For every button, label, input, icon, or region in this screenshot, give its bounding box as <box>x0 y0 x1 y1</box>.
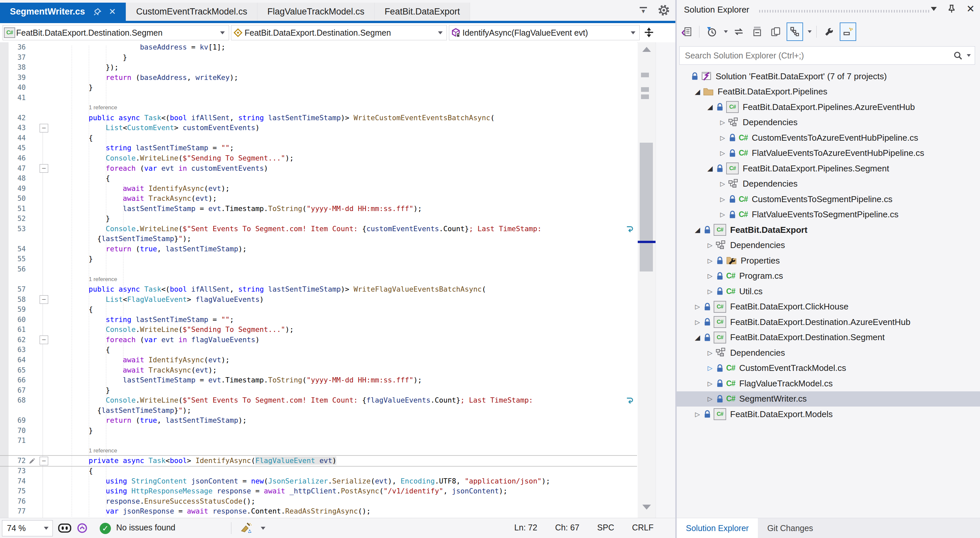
window-position-icon[interactable] <box>931 7 937 11</box>
tree-item-segmentwriter-cs[interactable]: ▷C#SegmentWriter.cs <box>677 391 980 407</box>
tree-item-dependencies[interactable]: ▷Dependencies <box>677 345 980 361</box>
code-line[interactable]: 36 baseAddress = kv[1]; <box>0 42 637 53</box>
code-line[interactable]: 39 return (baseAddress, writeKey); <box>0 73 637 83</box>
code-line[interactable]: {lastSentTimeStamp}"); <box>0 234 637 244</box>
code-line[interactable]: 62– foreach (var evt in flagValueEvents) <box>0 335 637 345</box>
tree-item-featbit-dataexport-pipelines[interactable]: ◢FeatBit.DataExport.Pipelines <box>677 84 980 100</box>
solution-explorer-header[interactable]: Solution Explorer ✕ <box>677 0 980 21</box>
code-line[interactable]: 76 response.EnsureSuccessStatusCode(); <box>0 496 637 507</box>
health-check-icon[interactable]: ✓ <box>100 523 111 534</box>
code-line[interactable]: 75 using HttpResponseMessage response = … <box>0 486 637 496</box>
tree-item-featbit-dataexport-clickhouse[interactable]: ▷C#FeatBit.DataExport.ClickHouse <box>677 299 980 315</box>
outlining-margin[interactable]: – <box>38 164 49 173</box>
chevron-down-icon[interactable] <box>808 30 812 33</box>
close-icon[interactable]: ✕ <box>966 4 975 14</box>
code-line[interactable]: 52 } <box>0 214 637 224</box>
code-editor[interactable]: 36 baseAddress = kv[1];37 }38 });39 retu… <box>0 42 637 518</box>
tree-expander-icon[interactable]: ▷ <box>705 257 716 265</box>
intellicode-icon[interactable] <box>76 522 88 534</box>
copilot-icon[interactable] <box>58 524 71 533</box>
tree-item-flatvalueeventstosegmentpipeline-cs[interactable]: ▷C#FlatValueEventsToSegmentPipeline.cs <box>677 207 980 223</box>
code-line[interactable]: 69 return (true, lastSentTimeStamp); <box>0 415 637 426</box>
editor-vertical-scrollbar[interactable] <box>638 42 655 518</box>
show-all-files-button[interactable] <box>768 23 783 40</box>
code-line[interactable]: {lastSentTimeStamp}"); <box>0 405 637 416</box>
tree-expander-icon[interactable]: ◢ <box>705 103 716 111</box>
code-line[interactable]: 59 { <box>0 305 637 315</box>
drag-grip[interactable] <box>759 10 931 13</box>
document-tab[interactable]: CustomEventTrackModel.cs <box>126 3 258 21</box>
status-indicator[interactable]: Ln: 72 <box>514 523 538 532</box>
tree-item-program-cs[interactable]: ▷C#Program.cs <box>677 268 980 284</box>
tree-expander-icon[interactable]: ▷ <box>705 241 716 249</box>
outlining-margin[interactable]: – <box>38 124 49 133</box>
tree-expander-icon[interactable]: ▷ <box>705 288 716 295</box>
tree-expander-icon[interactable]: ▷ <box>717 211 728 218</box>
sync-with-active-document-button[interactable] <box>731 23 746 40</box>
code-line[interactable]: 71 <box>0 436 637 446</box>
code-line[interactable]: 60 string lastSentTimeStamp = ""; <box>0 315 637 325</box>
properties-button[interactable] <box>821 23 837 40</box>
tree-expander-icon[interactable]: ▷ <box>705 272 716 280</box>
tree-item-solution-featbit-dataexport-7-of-7-proje[interactable]: Solution 'FeatBit.DataExport' (7 of 7 pr… <box>677 69 980 84</box>
navigation-dropdown[interactable]: C#FeatBit.DataExport.Destination.Segmen <box>3 25 229 40</box>
tree-item-dependencies[interactable]: ▷Dependencies <box>677 238 980 253</box>
navigation-dropdown[interactable]: FeatBit.DataExport.Destination.Segmen <box>231 25 447 40</box>
code-line[interactable]: 70 } <box>0 426 637 436</box>
tree-item-util-cs[interactable]: ▷C#Util.cs <box>677 284 980 299</box>
code-line[interactable]: 55 } <box>0 254 637 264</box>
code-line[interactable]: 45 string lastSentTimeStamp = ""; <box>0 143 637 153</box>
document-tab[interactable]: FlagValueTrackModel.cs <box>258 3 375 21</box>
preview-selected-items-button[interactable] <box>840 22 856 41</box>
code-line[interactable]: 53 Console.WriteLine($"Sent Events To Se… <box>0 224 637 234</box>
tree-item-featbit-dataexport-pipelines-segment[interactable]: ◢C#FeatBit.DataExport.Pipelines.Segment <box>677 161 980 176</box>
tree-item-properties[interactable]: ▷Properties <box>677 253 980 268</box>
code-line[interactable]: 63 { <box>0 345 637 355</box>
document-tab[interactable]: SegmentWriter.cs✕ <box>0 3 126 21</box>
issues-status-text[interactable]: No issues found <box>116 523 175 532</box>
code-line[interactable]: 48 { <box>0 173 637 184</box>
collapse-region-icon[interactable]: – <box>40 124 48 133</box>
codelens-references[interactable]: 1 reference <box>89 103 117 113</box>
tree-item-customeventtrackmodel-cs[interactable]: ▷C#CustomEventTrackModel.cs <box>677 361 980 376</box>
code-line[interactable]: 58– List<FlagValueEvent> flagValueEvents… <box>0 295 637 305</box>
code-line[interactable]: 64 await IdentifyAsync(evt); <box>0 355 637 365</box>
tree-expander-icon[interactable]: ▷ <box>717 149 728 157</box>
outlining-margin[interactable]: – <box>38 335 49 344</box>
outlining-margin[interactable]: – <box>38 457 49 465</box>
code-line[interactable]: 56 <box>0 264 637 275</box>
status-indicator[interactable]: SPC <box>597 523 614 532</box>
tree-item-flagvaluetrackmodel-cs[interactable]: ▷C#FlagValueTrackModel.cs <box>677 376 980 391</box>
code-line[interactable]: 61 Console.WriteLine($"Sending To Segmen… <box>0 325 637 335</box>
tree-item-featbit-dataexport-destination-segment[interactable]: ◢C#FeatBit.DataExport.Destination.Segmen… <box>677 330 980 345</box>
document-tab[interactable]: FeatBit.DataExport <box>375 3 470 21</box>
tree-item-dependencies[interactable]: ▷Dependencies <box>677 176 980 192</box>
collapse-all-button[interactable] <box>749 23 765 40</box>
tree-expander-icon[interactable]: ▷ <box>692 303 703 310</box>
code-line[interactable]: 1 reference <box>0 446 637 456</box>
code-line[interactable]: 38 }); <box>0 62 637 73</box>
code-cleanup-broom-icon[interactable] <box>240 522 252 534</box>
code-line[interactable]: 43– List<CustomEvent> customEventEvents) <box>0 123 637 133</box>
pin-icon[interactable] <box>947 4 956 14</box>
code-line[interactable]: 50 await TrackAsync(evt); <box>0 193 637 204</box>
tree-expander-icon[interactable]: ▷ <box>692 410 703 418</box>
status-indicator[interactable]: Ch: 67 <box>555 523 580 532</box>
file-nesting-button[interactable] <box>787 22 803 41</box>
scroll-up-arrow[interactable] <box>642 47 651 52</box>
collapse-region-icon[interactable]: – <box>40 295 48 304</box>
code-line[interactable]: 41 <box>0 93 637 103</box>
tree-expander-icon[interactable]: ▷ <box>705 395 716 402</box>
code-line[interactable]: 54 return (true, lastSentTimeStamp); <box>0 244 637 254</box>
code-line[interactable]: 77 var jsonResponse = await response.Con… <box>0 506 637 517</box>
tree-expander-icon[interactable]: ▷ <box>717 180 728 188</box>
split-editor-button[interactable] <box>639 25 659 40</box>
panel-tab-solution-explorer[interactable]: Solution Explorer <box>677 518 758 538</box>
code-line[interactable]: 67 } <box>0 385 637 396</box>
gear-icon[interactable] <box>658 5 670 16</box>
tree-item-featbit-dataexport-pipelines-azureeventh[interactable]: ◢C#FeatBit.DataExport.Pipelines.AzureEve… <box>677 99 980 115</box>
pin-icon[interactable] <box>93 8 102 16</box>
tree-item-featbit-dataexport-models[interactable]: ▷C#FeatBit.DataExport.Models <box>677 407 980 422</box>
tab-overflow-icon[interactable]: ▼ <box>640 7 647 14</box>
tree-expander-icon[interactable]: ▷ <box>705 364 716 372</box>
